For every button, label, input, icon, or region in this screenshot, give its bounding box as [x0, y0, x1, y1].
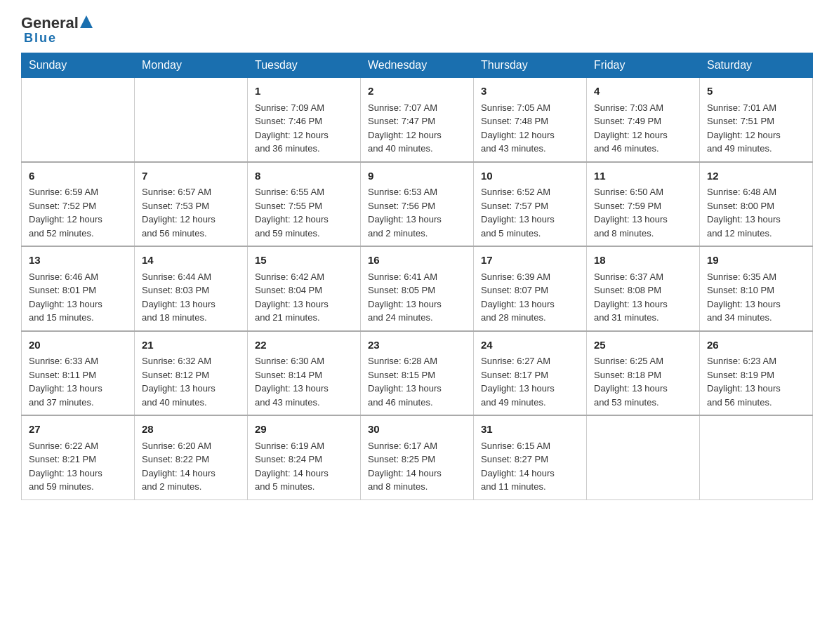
- day-info-line: and 43 minutes.: [481, 142, 579, 156]
- day-info-line: Sunset: 8:10 PM: [707, 283, 805, 297]
- calendar-table: SundayMondayTuesdayWednesdayThursdayFrid…: [21, 53, 813, 500]
- day-info-line: Daylight: 12 hours: [29, 213, 127, 227]
- day-number: 21: [142, 337, 240, 354]
- calendar-week-row: 6Sunrise: 6:59 AMSunset: 7:52 PMDaylight…: [22, 162, 813, 247]
- day-info-line: Daylight: 13 hours: [707, 382, 805, 396]
- day-info-line: and 8 minutes.: [594, 227, 692, 241]
- day-info-line: Sunrise: 6:27 AM: [481, 354, 579, 368]
- day-info-line: Sunrise: 6:39 AM: [481, 270, 579, 284]
- calendar-cell: 21Sunrise: 6:32 AMSunset: 8:12 PMDayligh…: [135, 331, 248, 416]
- day-info-line: and 2 minutes.: [142, 480, 240, 494]
- day-info-line: Daylight: 12 hours: [255, 128, 353, 142]
- calendar-cell: 4Sunrise: 7:03 AMSunset: 7:49 PMDaylight…: [587, 78, 700, 162]
- day-info-line: and 5 minutes.: [255, 480, 353, 494]
- day-info-line: Sunset: 8:15 PM: [368, 368, 466, 382]
- day-info-line: and 37 minutes.: [29, 396, 127, 410]
- day-info-line: and 49 minutes.: [707, 142, 805, 156]
- day-number: 18: [594, 253, 692, 269]
- day-info-line: Daylight: 13 hours: [255, 297, 353, 311]
- day-info-line: Daylight: 13 hours: [707, 297, 805, 311]
- calendar-cell: 31Sunrise: 6:15 AMSunset: 8:27 PMDayligh…: [474, 415, 587, 499]
- day-number: 27: [29, 422, 127, 438]
- day-number: 17: [481, 253, 579, 269]
- calendar-week-row: 20Sunrise: 6:33 AMSunset: 8:11 PMDayligh…: [22, 331, 813, 416]
- day-info-line: Sunset: 8:19 PM: [707, 368, 805, 382]
- day-info-line: Daylight: 13 hours: [255, 382, 353, 396]
- day-info-line: and 40 minutes.: [142, 396, 240, 410]
- calendar-week-row: 1Sunrise: 7:09 AMSunset: 7:46 PMDaylight…: [22, 78, 813, 162]
- day-number: 3: [481, 83, 579, 100]
- day-info-line: Sunrise: 6:33 AM: [29, 354, 127, 368]
- day-info-line: Sunset: 7:59 PM: [594, 199, 692, 213]
- logo: General Blue: [21, 14, 94, 46]
- day-info-line: Sunrise: 6:48 AM: [707, 185, 805, 199]
- day-info-line: Sunrise: 6:41 AM: [368, 270, 466, 284]
- day-info-line: Sunset: 8:11 PM: [29, 368, 127, 382]
- day-number: 9: [368, 168, 466, 185]
- day-info-line: Sunrise: 7:09 AM: [255, 101, 353, 115]
- day-number: 22: [255, 337, 353, 354]
- day-info-line: and 59 minutes.: [29, 480, 127, 494]
- day-info-line: Sunrise: 6:44 AM: [142, 270, 240, 284]
- calendar-cell: 27Sunrise: 6:22 AMSunset: 8:21 PMDayligh…: [22, 415, 135, 499]
- day-info-line: Sunset: 8:03 PM: [142, 283, 240, 297]
- calendar-cell: [22, 78, 135, 162]
- day-info-line: Daylight: 13 hours: [594, 213, 692, 227]
- day-info-line: Sunset: 7:51 PM: [707, 114, 805, 128]
- calendar-cell: 24Sunrise: 6:27 AMSunset: 8:17 PMDayligh…: [474, 331, 587, 416]
- weekday-header-monday: Monday: [135, 53, 248, 78]
- day-info-line: and 31 minutes.: [594, 311, 692, 325]
- calendar-cell: 25Sunrise: 6:25 AMSunset: 8:18 PMDayligh…: [587, 331, 700, 416]
- day-info-line: Sunrise: 6:23 AM: [707, 354, 805, 368]
- day-info-line: Sunrise: 6:32 AM: [142, 354, 240, 368]
- day-number: 15: [255, 253, 353, 269]
- calendar-cell: 22Sunrise: 6:30 AMSunset: 8:14 PMDayligh…: [248, 331, 361, 416]
- calendar-cell: 17Sunrise: 6:39 AMSunset: 8:07 PMDayligh…: [474, 246, 587, 331]
- day-info-line: Sunrise: 6:19 AM: [255, 439, 353, 453]
- day-info-line: Daylight: 13 hours: [481, 382, 579, 396]
- weekday-header-thursday: Thursday: [474, 53, 587, 78]
- calendar-cell: 23Sunrise: 6:28 AMSunset: 8:15 PMDayligh…: [361, 331, 474, 416]
- day-info-line: and 18 minutes.: [142, 311, 240, 325]
- calendar-cell: [587, 415, 700, 499]
- day-info-line: Sunset: 8:27 PM: [481, 452, 579, 467]
- day-number: 30: [368, 422, 466, 438]
- day-info-line: Sunrise: 7:05 AM: [481, 101, 579, 115]
- day-number: 2: [368, 83, 466, 100]
- day-info-line: Sunrise: 6:20 AM: [142, 439, 240, 453]
- day-number: 5: [707, 83, 805, 100]
- day-info-line: Daylight: 13 hours: [594, 382, 692, 396]
- day-info-line: Daylight: 13 hours: [368, 213, 466, 227]
- calendar-cell: 14Sunrise: 6:44 AMSunset: 8:03 PMDayligh…: [135, 246, 248, 331]
- day-info-line: and 59 minutes.: [255, 227, 353, 241]
- day-info-line: and 12 minutes.: [707, 227, 805, 241]
- day-info-line: Sunset: 8:05 PM: [368, 283, 466, 297]
- day-info-line: Sunset: 7:46 PM: [255, 114, 353, 128]
- day-info-line: Daylight: 12 hours: [255, 213, 353, 227]
- day-info-line: Sunrise: 6:28 AM: [368, 354, 466, 368]
- day-info-line: and 15 minutes.: [29, 311, 127, 325]
- day-info-line: Daylight: 12 hours: [142, 213, 240, 227]
- day-number: 23: [368, 337, 466, 354]
- day-info-line: Daylight: 14 hours: [142, 467, 240, 481]
- day-info-line: Sunset: 8:07 PM: [481, 283, 579, 297]
- day-info-line: and 36 minutes.: [255, 142, 353, 156]
- calendar-cell: 19Sunrise: 6:35 AMSunset: 8:10 PMDayligh…: [700, 246, 813, 331]
- calendar-cell: 9Sunrise: 6:53 AMSunset: 7:56 PMDaylight…: [361, 162, 474, 247]
- day-info-line: and 46 minutes.: [368, 396, 466, 410]
- calendar-cell: 30Sunrise: 6:17 AMSunset: 8:25 PMDayligh…: [361, 415, 474, 499]
- day-info-line: Sunrise: 6:46 AM: [29, 270, 127, 284]
- day-info-line: Daylight: 13 hours: [29, 467, 127, 481]
- calendar-cell: 16Sunrise: 6:41 AMSunset: 8:05 PMDayligh…: [361, 246, 474, 331]
- day-info-line: Sunrise: 7:03 AM: [594, 101, 692, 115]
- day-number: 7: [142, 168, 240, 185]
- day-info-line: Sunset: 8:25 PM: [368, 452, 466, 467]
- day-number: 12: [707, 168, 805, 185]
- day-info-line: Sunrise: 6:53 AM: [368, 185, 466, 199]
- day-info-line: Sunrise: 6:15 AM: [481, 439, 579, 453]
- day-info-line: Sunrise: 6:59 AM: [29, 185, 127, 199]
- day-info-line: and 2 minutes.: [368, 227, 466, 241]
- day-info-line: Sunrise: 6:30 AM: [255, 354, 353, 368]
- day-info-line: Sunset: 8:18 PM: [594, 368, 692, 382]
- day-info-line: Daylight: 12 hours: [481, 128, 579, 142]
